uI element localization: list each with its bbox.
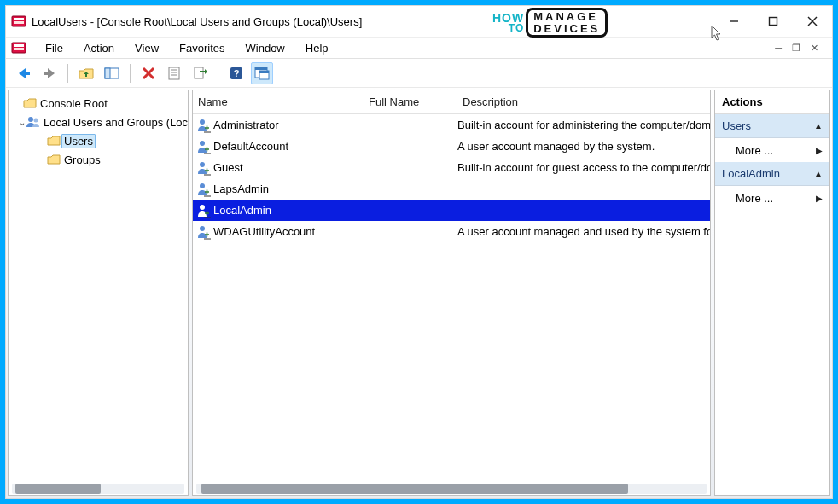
user-list[interactable]: Name Full Name Description Administrator…	[192, 90, 711, 496]
cell-description: A user account managed by the system.	[457, 140, 710, 153]
svg-point-28	[34, 119, 38, 123]
header-description[interactable]: Description	[457, 96, 710, 108]
console-tree[interactable]: Console Root ⌄ Local Users and Groups (L…	[8, 90, 189, 496]
actions-group-label: Users	[722, 119, 751, 132]
user-icon	[193, 139, 212, 154]
folder-icon	[22, 97, 38, 109]
mdi-controls: ─ ❐ ✕	[773, 41, 827, 55]
actions-more-label: More ...	[736, 192, 773, 205]
user-icon	[193, 182, 212, 197]
actions-more-users[interactable]: More ... ▶	[715, 138, 829, 162]
window-controls	[714, 6, 832, 37]
howtomanagedevices-logo: HOW TO MANAGE DEVICES	[492, 8, 608, 38]
actions-more-localadmin[interactable]: More ... ▶	[715, 186, 829, 210]
list-row[interactable]: DefaultAccountA user account managed by …	[193, 136, 710, 157]
header-name[interactable]: Name	[193, 96, 364, 108]
svg-point-32	[200, 183, 205, 188]
svg-rect-24	[255, 67, 267, 70]
tree-scrollbar[interactable]	[12, 484, 184, 494]
folder-icon	[46, 135, 61, 147]
mmc-app-icon	[11, 14, 26, 29]
svg-rect-26	[259, 71, 269, 73]
toolbar-separator	[67, 64, 68, 83]
actions-more-label: More ...	[736, 144, 773, 157]
show-hide-tree-button[interactable]	[101, 62, 123, 84]
list-headers: Name Full Name Description	[193, 90, 710, 114]
list-row[interactable]: LapsAdmin	[193, 178, 710, 200]
svg-rect-2	[14, 21, 24, 24]
new-window-button[interactable]	[251, 62, 273, 84]
export-list-button[interactable]	[189, 62, 211, 84]
tree-label: Groups	[61, 153, 103, 167]
menu-file[interactable]: File	[35, 39, 73, 57]
svg-rect-10	[24, 72, 30, 75]
actions-pane: Actions Users ▲ More ... ▶ LocalAdmin ▲ …	[714, 90, 830, 496]
menu-view[interactable]: View	[125, 39, 169, 57]
forward-button[interactable]	[38, 62, 61, 84]
tree-label: Console Root	[38, 96, 110, 111]
mdi-minimize[interactable]: ─	[773, 41, 783, 55]
svg-rect-16	[169, 67, 179, 79]
titlebar[interactable]: LocalUsers - [Console Root\Local Users a…	[6, 6, 832, 37]
menu-help[interactable]: Help	[295, 39, 339, 57]
up-folder-button[interactable]	[75, 62, 97, 84]
collapse-icon[interactable]: ▲	[814, 121, 823, 130]
actions-group-users[interactable]: Users ▲	[715, 114, 829, 138]
tree-local-users-groups[interactable]: ⌄ Local Users and Groups (Local)	[10, 113, 186, 131]
chevron-down-icon[interactable]: ⌄	[19, 118, 26, 127]
submenu-icon: ▶	[816, 194, 823, 203]
mmc-window: HOW TO MANAGE DEVICES LocalUsers - [Cons…	[5, 5, 833, 499]
tree-users[interactable]: Users	[10, 131, 186, 150]
list-scrollbar[interactable]	[196, 484, 707, 494]
toolbar-separator	[130, 64, 131, 83]
cell-name: WDAGUtilityAccount	[212, 225, 364, 238]
mdi-restore[interactable]: ❐	[790, 41, 802, 55]
mmc-body: Console Root ⌄ Local Users and Groups (L…	[6, 88, 832, 498]
menubar: File Action View Favorites Window Help ─…	[6, 37, 832, 59]
window-title: LocalUsers - [Console Root\Local Users a…	[32, 15, 362, 28]
back-button[interactable]	[13, 62, 35, 84]
svg-point-27	[28, 117, 33, 122]
list-row[interactable]: WDAGUtilityAccountA user account managed…	[193, 221, 710, 242]
close-button[interactable]	[793, 6, 832, 37]
collapse-icon[interactable]: ▲	[814, 169, 823, 178]
submenu-icon: ▶	[816, 146, 823, 155]
svg-rect-1	[14, 18, 24, 20]
tree-console-root[interactable]: Console Root	[10, 94, 186, 113]
cell-description: Built-in account for guest access to the…	[457, 161, 710, 174]
list-row[interactable]: GuestBuilt-in account for guest access t…	[193, 157, 710, 178]
cell-name: LocalAdmin	[212, 204, 364, 217]
list-row[interactable]: AdministratorBuilt-in account for admini…	[193, 114, 710, 136]
svg-rect-13	[105, 68, 110, 78]
logo-howto: HOW TO	[492, 13, 524, 32]
svg-point-33	[200, 205, 205, 210]
cell-name: LapsAdmin	[212, 182, 364, 195]
minimize-button[interactable]	[714, 6, 754, 37]
tree-groups[interactable]: Groups	[10, 150, 186, 169]
properties-button[interactable]	[163, 62, 185, 84]
menu-favorites[interactable]: Favorites	[169, 39, 235, 57]
scrollbar-thumb[interactable]	[15, 484, 101, 494]
svg-point-31	[200, 162, 205, 167]
svg-point-34	[200, 226, 205, 231]
svg-point-29	[200, 119, 205, 125]
delete-button[interactable]	[137, 62, 160, 84]
mdi-close[interactable]: ✕	[809, 41, 820, 55]
maximize-button[interactable]	[754, 6, 793, 37]
list-row[interactable]: LocalAdmin	[193, 200, 710, 221]
actions-header: Actions	[715, 90, 829, 114]
svg-rect-9	[14, 48, 24, 50]
menu-window[interactable]: Window	[236, 39, 295, 57]
svg-point-30	[200, 141, 205, 146]
actions-group-localadmin[interactable]: LocalAdmin ▲	[715, 162, 829, 186]
scrollbar-thumb[interactable]	[201, 484, 628, 494]
help-button[interactable]: ?	[225, 62, 247, 84]
cell-description: Built-in account for administering the c…	[457, 119, 710, 131]
header-fullname[interactable]: Full Name	[364, 96, 457, 108]
users-groups-icon	[26, 115, 41, 129]
logo-line1: MANAGE	[533, 11, 600, 23]
logo-box: MANAGE DEVICES	[526, 8, 608, 38]
tree-label: Users	[61, 134, 96, 148]
actions-group-label: LocalAdmin	[722, 167, 780, 180]
menu-action[interactable]: Action	[73, 39, 125, 57]
